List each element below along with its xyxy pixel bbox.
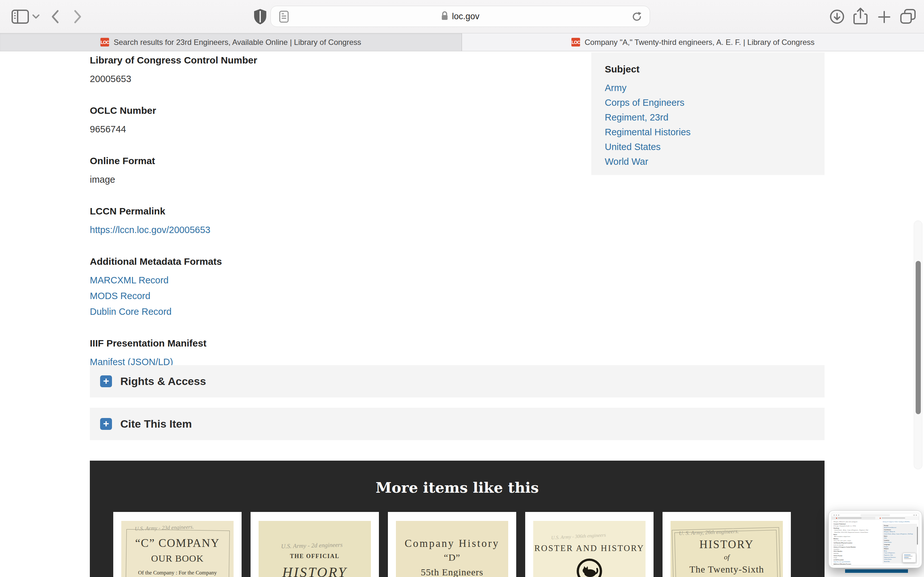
mini-catalog-link: Library of Congress Online Catalog (1,35… — [883, 521, 917, 523]
subject-link-regimental-histories[interactable]: Regimental Histories — [605, 125, 815, 139]
accordion-label: Rights & Access — [120, 375, 206, 388]
meta-row-permalink: LCCN Permalink https://lccn.loc.gov/2000… — [90, 205, 577, 238]
black-cat-logo — [576, 558, 603, 577]
lccn-permalink-link[interactable]: https://lccn.loc.gov/20005653 — [90, 222, 577, 238]
mini-page: Ellington, William B., [from old catalog… — [831, 513, 919, 566]
subject-link-regiment-23rd[interactable]: Regiment, 23rd — [605, 110, 815, 125]
safari-window: loc.gov LOC Search results for 23rd Engi… — [0, 0, 924, 577]
marcxml-record-link[interactable]: MARCXML Record — [90, 272, 577, 288]
mini-tab-bar — [832, 517, 919, 520]
rights-access-accordion[interactable]: + Rights & Access — [90, 365, 825, 398]
related-item-company-history-d[interactable]: Company History “D” 55th Engineers Ameri… — [388, 512, 516, 577]
tab-overview-button[interactable] — [900, 9, 916, 24]
subject-link-army[interactable]: Army — [605, 81, 815, 95]
tab-title: Company "A," Twenty-third engineers, A. … — [585, 38, 814, 47]
meta-label: IIIF Presentation Manifest — [90, 337, 577, 350]
book-cover: Company History “D” 55th Engineers Ameri… — [396, 521, 508, 577]
meta-row-additional-formats: Additional Metadata Formats MARCXML Reco… — [90, 255, 577, 319]
book-cover: U.S. Army - 23d engineers. “C” COMPANY O… — [121, 521, 234, 577]
browser-toolbar: loc.gov — [0, 0, 924, 33]
meta-value: 20005653 — [90, 71, 577, 87]
reader-view-icon[interactable] — [279, 11, 289, 23]
screenshot-preview-thumbnail[interactable]: Ellington, William B., [from old catalog… — [829, 510, 922, 568]
meta-value: image — [90, 172, 577, 187]
tab-bar: LOC Search results for 23rd Engineers, A… — [0, 33, 924, 51]
subject-link-world-war[interactable]: World War — [605, 154, 815, 169]
nested-preview-thumbnail — [903, 553, 916, 562]
url-text: loc.gov — [452, 11, 480, 21]
forward-button[interactable] — [73, 10, 82, 24]
new-tab-button[interactable] — [878, 11, 891, 23]
loc-favicon: LOC — [572, 38, 580, 47]
lock-icon — [441, 11, 448, 22]
subject-title: Subject — [605, 64, 815, 75]
subject-link-corps-of-engineers[interactable]: Corps of Engineers — [605, 95, 815, 110]
book-cover: U.S. Army - 306th engineers ROSTER AND H… — [533, 521, 646, 577]
meta-label: OCLC Number — [90, 104, 577, 117]
accordion-label: Cite This Item — [120, 418, 192, 430]
address-bar[interactable]: loc.gov — [270, 6, 650, 27]
related-item-official-history[interactable]: U.S. Army - 2d engineers THE OFFICIAL HI… — [250, 512, 379, 577]
more-items-section: More items like this U.S. Army - 23d eng… — [90, 461, 825, 577]
expand-plus-icon: + — [100, 418, 112, 430]
meta-row-lccn: Library of Congress Control Number 20005… — [90, 54, 577, 87]
related-item-c-company[interactable]: U.S. Army - 23d engineers. “C” COMPANY O… — [113, 512, 242, 577]
mini-footer-blue-bar — [845, 569, 908, 573]
expand-plus-icon: + — [100, 376, 112, 387]
item-metadata: Library of Congress Control Number 20005… — [90, 54, 577, 387]
tab-title: Search results for 23rd Engineers, Avail… — [113, 38, 361, 47]
mini-scrollbar-thumb — [917, 527, 918, 545]
dublin-core-record-link[interactable]: Dublin Core Record — [90, 304, 577, 319]
related-item-twenty-sixth-engineers[interactable]: U. S. Army, 26th engineers. HISTORY of T… — [662, 512, 791, 577]
tab-search-results[interactable]: LOC Search results for 23rd Engineers, A… — [0, 33, 462, 51]
loc-favicon: LOC — [100, 38, 109, 47]
mini-metadata-column: Ellington, William B., [from old catalog… — [834, 521, 880, 566]
subject-link-united-states[interactable]: United States — [605, 139, 815, 154]
meta-label: Library of Congress Control Number — [90, 54, 577, 67]
sidebar-toggle-button[interactable] — [11, 10, 29, 24]
meta-row-oclc: OCLC Number 9656744 — [90, 104, 577, 137]
mini-favicon — [836, 518, 837, 519]
book-cover: U.S. Army - 2d engineers THE OFFICIAL HI… — [258, 521, 371, 577]
downloads-button[interactable] — [830, 9, 845, 24]
cite-this-item-accordion[interactable]: + Cite This Item — [90, 408, 825, 440]
meta-label: LCCN Permalink — [90, 205, 577, 218]
related-item-roster-and-history[interactable]: U.S. Army - 306th engineers ROSTER AND H… — [525, 512, 654, 577]
tab-company-a[interactable]: LOC Company "A," Twenty-third engineers,… — [462, 33, 924, 51]
reload-button[interactable] — [632, 11, 642, 22]
chevron-down-icon[interactable] — [32, 14, 40, 19]
mini-browser-toolbar — [832, 513, 919, 517]
meta-row-online-format: Online Format image — [90, 155, 577, 187]
subject-panel: Subject Army Corps of Engineers Regiment… — [591, 52, 825, 175]
mini-favicon — [880, 518, 881, 519]
related-items-row: U.S. Army - 23d engineers. “C” COMPANY O… — [113, 512, 791, 577]
share-button[interactable] — [853, 8, 867, 25]
privacy-shield-icon[interactable] — [253, 8, 268, 25]
meta-value: 9656744 — [90, 121, 577, 137]
scrollbar-thumb[interactable] — [916, 261, 921, 414]
mods-record-link[interactable]: MODS Record — [90, 288, 577, 304]
meta-label: Additional Metadata Formats — [90, 255, 577, 268]
back-button[interactable] — [51, 10, 60, 24]
meta-label: Online Format — [90, 155, 577, 167]
book-cover: U. S. Army, 26th engineers. HISTORY of T… — [670, 521, 783, 577]
more-items-title: More items like this — [90, 479, 825, 496]
mini-address-bar — [861, 514, 890, 516]
